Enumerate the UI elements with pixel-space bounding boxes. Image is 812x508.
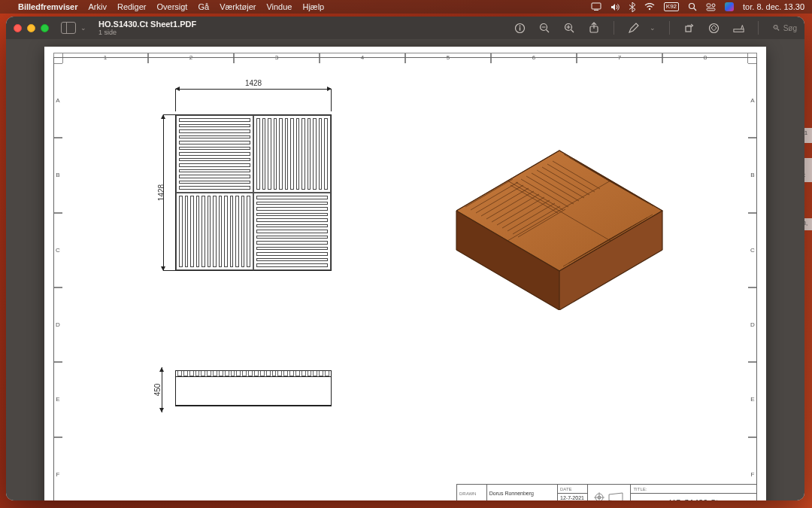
siri-icon[interactable] — [725, 2, 734, 11]
projection-symbol-icon — [587, 485, 631, 501]
menu-hjaelp[interactable]: Hjælp — [302, 2, 324, 11]
svg-rect-5 — [707, 4, 710, 7]
dimension-height: 450 — [154, 367, 162, 412]
chevron-down-icon[interactable]: ⌄ — [650, 24, 656, 32]
tb-title: HO.S1430.Ct — [631, 494, 757, 501]
tb-drawn-label: DRAWN — [457, 485, 487, 501]
share-icon[interactable] — [589, 23, 600, 34]
pdf-page: 1 2 3 4 5 6 7 8 1 2 3 4 5 6 7 8 A B — [44, 47, 766, 500]
search-placeholder: Søg — [783, 24, 797, 32]
sidebar-toggle-button[interactable] — [61, 22, 76, 34]
preview-window: ⌄ HO.S1430.Ct Sheet1.PDF 1 side ⌄ 🔍︎ Søg — [6, 17, 804, 500]
svg-rect-10 — [519, 27, 520, 31]
menubar-clock[interactable]: tor. 8. dec. 13.30 — [743, 2, 804, 11]
chevron-down-icon[interactable]: ⌄ — [80, 24, 86, 32]
svg-rect-0 — [592, 3, 601, 9]
dimension-value: 1428 — [175, 79, 332, 87]
dimension-value: 450 — [153, 384, 162, 397]
highlight-icon[interactable] — [708, 23, 720, 34]
svg-rect-1 — [594, 10, 598, 11]
tb-date: 12-7-2021 — [558, 494, 588, 501]
elevation-view: 450 — [175, 370, 332, 406]
svg-point-6 — [712, 4, 715, 7]
battery-icon[interactable]: K92 — [664, 2, 679, 11]
app-name[interactable]: Billedfremviser — [18, 2, 77, 11]
info-icon[interactable] — [514, 23, 526, 34]
menu-vaerktojer[interactable]: Værktøjer — [220, 2, 256, 11]
menu-oversigt[interactable]: Oversigt — [156, 2, 187, 11]
edit-icon[interactable] — [733, 23, 744, 34]
isometric-view — [435, 99, 683, 310]
window-title: HO.S1430.Ct Sheet1.PDF 1 side — [98, 20, 196, 37]
screen-mirror-icon[interactable] — [591, 2, 601, 11]
svg-line-15 — [571, 29, 574, 32]
minimize-button[interactable] — [27, 24, 35, 32]
svg-line-4 — [694, 8, 696, 11]
search-field[interactable]: 🔍︎ Søg — [772, 23, 797, 32]
document-page-count: 1 side — [98, 29, 196, 36]
tb-title-label: TITLE: — [631, 485, 757, 494]
zoom-out-icon[interactable] — [539, 23, 550, 34]
plan-view — [175, 114, 332, 271]
document-viewport[interactable]: 1 2 3 4 5 6 7 8 1 2 3 4 5 6 7 8 A B — [6, 39, 804, 500]
markup-pen-icon[interactable] — [628, 23, 639, 34]
document-filename: HO.S1430.Ct Sheet1.PDF — [98, 20, 196, 29]
control-center-icon[interactable] — [706, 3, 716, 11]
macos-menubar: Billedfremviser Arkiv Rediger Oversigt G… — [0, 0, 812, 14]
svg-point-9 — [519, 25, 520, 26]
fullscreen-button[interactable] — [41, 24, 49, 32]
zoom-in-icon[interactable] — [564, 23, 575, 34]
wifi-icon[interactable] — [644, 3, 655, 11]
svg-point-2 — [649, 8, 650, 10]
window-traffic-lights — [14, 24, 49, 32]
dimension-depth: 1428 — [156, 114, 164, 271]
bluetooth-icon[interactable] — [629, 2, 635, 12]
svg-line-12 — [546, 29, 549, 32]
svg-point-3 — [689, 4, 695, 9]
window-titlebar: ⌄ HO.S1430.Ct Sheet1.PDF 1 side ⌄ 🔍︎ Søg — [6, 17, 804, 39]
tb-date-label: DATE — [558, 485, 588, 494]
svg-rect-20 — [686, 26, 691, 32]
search-icon: 🔍︎ — [772, 23, 780, 32]
rotate-icon[interactable] — [683, 23, 695, 34]
volume-icon[interactable] — [611, 3, 620, 11]
menu-ga[interactable]: Gå — [198, 2, 209, 11]
menu-vindue[interactable]: Vindue — [266, 2, 292, 11]
menu-rediger[interactable]: Rediger — [117, 2, 147, 11]
tb-drawn-by: Dorus Ronnenberg — [486, 485, 557, 501]
svg-rect-7 — [707, 8, 715, 11]
menu-arkiv[interactable]: Arkiv — [88, 2, 106, 11]
close-button[interactable] — [14, 24, 22, 32]
dimension-width: 1428 — [175, 89, 332, 90]
spotlight-icon[interactable] — [688, 2, 697, 11]
svg-rect-22 — [734, 29, 744, 32]
drawing-title-block: DRAWN Dorus Ronnenberg DATE TITLE: 12-7-… — [456, 484, 757, 500]
